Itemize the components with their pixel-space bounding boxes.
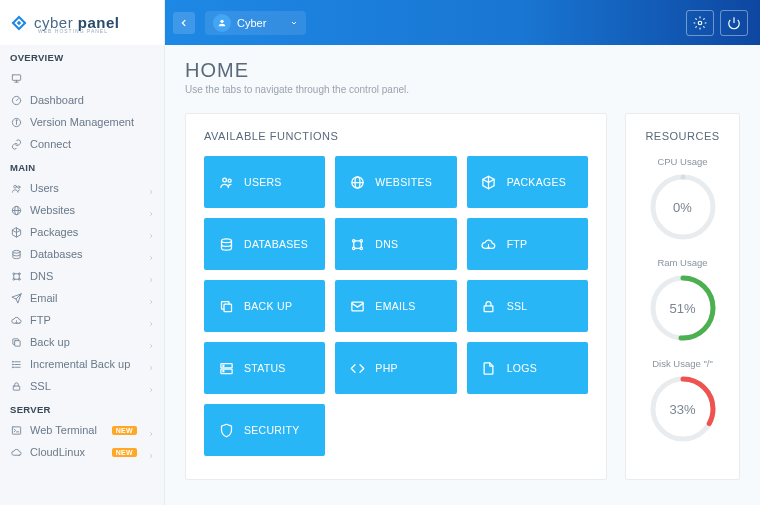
- sidebar-item-label: Version Management: [30, 116, 154, 128]
- send-icon: [10, 292, 22, 304]
- chevron-right-icon: [148, 207, 154, 213]
- chevron-right-icon: [148, 185, 154, 191]
- tile-php[interactable]: PHP: [335, 342, 456, 394]
- content: HOME Use the tabs to navigate through th…: [165, 45, 760, 505]
- svg-point-25: [12, 364, 13, 365]
- tile-websites[interactable]: WEBSITES: [335, 156, 456, 208]
- tile-back-up[interactable]: BACK UP: [204, 280, 325, 332]
- globe-icon: [349, 174, 365, 190]
- tile-dns[interactable]: DNS: [335, 218, 456, 270]
- cloud-icon: [481, 236, 497, 252]
- tile-packages[interactable]: PACKAGES: [467, 156, 588, 208]
- topbar: Cyber: [165, 0, 760, 45]
- database-icon: [10, 248, 22, 260]
- shield-icon: [218, 422, 234, 438]
- sidebar-item-back-up[interactable]: Back up: [0, 331, 164, 353]
- sidebar-item-web-terminal[interactable]: Web TerminalNEW: [0, 419, 164, 441]
- cloud2-icon: [10, 446, 22, 458]
- sidebar-item-websites[interactable]: Websites: [0, 199, 164, 221]
- chevron-right-icon: [148, 427, 154, 433]
- sidebar-item-label: Connect: [30, 138, 154, 150]
- svg-rect-28: [12, 426, 20, 433]
- users-icon: [10, 182, 22, 194]
- sidebar-item-ssl[interactable]: SSL: [0, 375, 164, 397]
- tile-status[interactable]: STATUS: [204, 342, 325, 394]
- sidebar-item-incremental-back-up[interactable]: Incremental Back up: [0, 353, 164, 375]
- power-icon: [727, 16, 741, 30]
- sidebar-item-label: Email: [30, 292, 140, 304]
- svg-rect-44: [484, 305, 493, 311]
- sidebar-item-label: Web Terminal: [30, 424, 104, 436]
- sidebar-item-dashboard[interactable]: Dashboard: [0, 89, 164, 111]
- sidebar-item-item[interactable]: [0, 67, 164, 89]
- user-dropdown[interactable]: Cyber: [205, 11, 306, 35]
- tile-label: USERS: [244, 176, 282, 188]
- tile-label: SSL: [507, 300, 528, 312]
- sidebar-item-connect[interactable]: Connect: [0, 133, 164, 155]
- sidebar-item-version-management[interactable]: Version Management: [0, 111, 164, 133]
- sidebar-item-label: CloudLinux: [30, 446, 104, 458]
- gauge-cpu: 0%: [649, 173, 717, 241]
- svg-point-11: [17, 185, 19, 187]
- users-icon: [218, 174, 234, 190]
- gauge-label: Disk Usage "/": [644, 358, 721, 369]
- sidebar-item-label: Websites: [30, 204, 140, 216]
- tile-label: SECURITY: [244, 424, 300, 436]
- svg-rect-42: [224, 304, 232, 312]
- list-icon: [10, 358, 22, 370]
- resources-panel: RESOURCES CPU Usage0%Ram Usage51%Disk Us…: [625, 113, 740, 480]
- chevron-right-icon: [148, 339, 154, 345]
- sidebar-item-users[interactable]: Users: [0, 177, 164, 199]
- page-subtitle: Use the tabs to navigate through the con…: [185, 84, 740, 95]
- tile-ssl[interactable]: SSL: [467, 280, 588, 332]
- tile-databases[interactable]: DATABASES: [204, 218, 325, 270]
- server-icon: [218, 360, 234, 376]
- sidebar-item-databases[interactable]: Databases: [0, 243, 164, 265]
- chevron-right-icon: [148, 317, 154, 323]
- lock-icon: [481, 298, 497, 314]
- settings-button[interactable]: [686, 10, 714, 36]
- svg-point-15: [12, 250, 19, 253]
- tile-label: PHP: [375, 362, 398, 374]
- svg-point-9: [16, 119, 17, 120]
- chevron-right-icon: [148, 383, 154, 389]
- svg-rect-27: [13, 386, 19, 390]
- copy-icon: [10, 336, 22, 348]
- svg-rect-20: [14, 340, 20, 346]
- chevron-right-icon: [148, 251, 154, 257]
- tile-label: BACK UP: [244, 300, 292, 312]
- user-name: Cyber: [237, 17, 266, 29]
- chevron-right-icon: [148, 273, 154, 279]
- sidebar-item-dns[interactable]: DNS: [0, 265, 164, 287]
- file-icon: [481, 360, 497, 376]
- power-button[interactable]: [720, 10, 748, 36]
- sidebar-item-label: Packages: [30, 226, 140, 238]
- info-icon: [10, 116, 22, 128]
- terminal-icon: [10, 424, 22, 436]
- sidebar-item-packages[interactable]: Packages: [0, 221, 164, 243]
- svg-point-32: [222, 178, 226, 182]
- svg-point-30: [220, 19, 223, 22]
- tile-logs[interactable]: LOGS: [467, 342, 588, 394]
- tile-security[interactable]: SECURITY: [204, 404, 325, 456]
- tile-emails[interactable]: EMAILS: [335, 280, 456, 332]
- database-icon: [218, 236, 234, 252]
- sidebar-item-ftp[interactable]: FTP: [0, 309, 164, 331]
- tile-users[interactable]: USERS: [204, 156, 325, 208]
- tile-label: DNS: [375, 238, 398, 250]
- svg-point-24: [12, 361, 13, 362]
- gauge-label: Ram Usage: [644, 257, 721, 268]
- functions-panel: AVAILABLE FUNCTIONS USERSWEBSITESPACKAGE…: [185, 113, 607, 480]
- sidebar-item-email[interactable]: Email: [0, 287, 164, 309]
- tile-ftp[interactable]: FTP: [467, 218, 588, 270]
- chevron-right-icon: [148, 295, 154, 301]
- gear-icon: [693, 16, 707, 30]
- mail-icon: [349, 298, 365, 314]
- sidebar-collapse-button[interactable]: [173, 12, 195, 34]
- gauge-value: 51%: [649, 274, 717, 342]
- chevron-down-icon: [290, 19, 298, 27]
- sidebar-section-title: OVERVIEW: [0, 45, 164, 67]
- svg-rect-3: [12, 74, 20, 80]
- svg-point-37: [221, 238, 231, 242]
- sidebar-item-cloudlinux[interactable]: CloudLinuxNEW: [0, 441, 164, 463]
